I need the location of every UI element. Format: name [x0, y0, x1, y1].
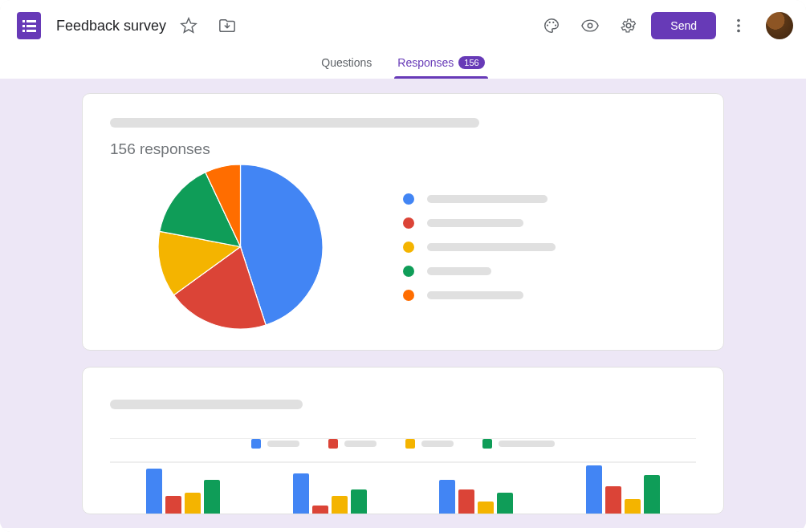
legend-dot — [403, 193, 414, 205]
bar-group — [146, 462, 220, 514]
legend-item — [403, 290, 556, 301]
send-button[interactable]: Send — [651, 12, 716, 39]
top-bar: Feedback survey Send — [0, 0, 806, 48]
move-to-folder-icon[interactable] — [211, 10, 243, 42]
legend-item — [403, 266, 556, 277]
bar — [185, 493, 201, 514]
account-avatar[interactable] — [766, 12, 793, 39]
svg-point-13 — [737, 19, 740, 22]
question-title-placeholder — [110, 118, 479, 128]
legend-item — [403, 217, 556, 229]
bar — [312, 506, 328, 514]
bar-group — [586, 462, 660, 514]
forms-app-icon[interactable] — [13, 10, 45, 42]
bar — [458, 489, 474, 514]
bar — [293, 473, 309, 514]
pie-chart — [158, 164, 323, 329]
summary-card-bars — [82, 367, 724, 514]
bar — [351, 489, 367, 514]
legend-label-placeholder — [267, 441, 299, 447]
bar — [605, 486, 621, 514]
bar — [146, 469, 162, 514]
legend-label-placeholder — [427, 291, 523, 299]
svg-point-12 — [627, 23, 632, 28]
svg-point-14 — [737, 24, 740, 27]
bar — [478, 502, 494, 514]
legend-swatch — [328, 439, 338, 449]
palette-icon[interactable] — [535, 10, 568, 42]
question-title-placeholder — [110, 400, 303, 409]
legend-swatch — [251, 439, 261, 449]
star-icon[interactable] — [173, 10, 205, 42]
legend-label-placeholder — [427, 195, 548, 203]
svg-rect-2 — [26, 20, 36, 22]
responses-canvas: 156 responses — [0, 79, 806, 528]
svg-point-11 — [588, 23, 593, 28]
legend-dot — [403, 266, 414, 277]
document-title[interactable]: Feedback survey — [56, 18, 166, 35]
bar — [439, 480, 455, 514]
bar-legend-item — [405, 439, 454, 449]
legend-label-placeholder — [427, 243, 556, 251]
summary-card-pie: 156 responses — [82, 93, 724, 351]
bar — [644, 475, 660, 514]
bar-chart — [110, 462, 696, 514]
legend-dot — [403, 290, 414, 301]
legend-swatch — [405, 439, 415, 449]
bar-group — [439, 462, 513, 514]
bar — [586, 465, 602, 514]
svg-rect-6 — [26, 30, 36, 32]
svg-point-10 — [555, 24, 556, 26]
bar — [625, 499, 641, 514]
tab-label: Questions — [321, 56, 372, 69]
bar — [165, 496, 181, 514]
svg-rect-1 — [22, 20, 25, 22]
bar-group — [293, 462, 367, 514]
svg-point-7 — [547, 24, 548, 26]
preview-eye-icon[interactable] — [574, 10, 606, 42]
responses-count-text: 156 responses — [110, 140, 696, 158]
legend-dot — [403, 242, 414, 253]
legend-label-placeholder — [344, 441, 377, 447]
legend-label-placeholder — [421, 441, 454, 447]
tab-bar: Questions Responses 156 — [0, 48, 806, 79]
legend-item — [403, 242, 556, 253]
legend-label-placeholder — [499, 441, 555, 447]
settings-gear-icon[interactable] — [613, 10, 645, 42]
responses-count-badge: 156 — [458, 56, 484, 69]
legend-item — [403, 193, 556, 205]
tab-questions[interactable]: Questions — [318, 48, 375, 79]
bar-legend — [110, 439, 696, 449]
legend-swatch — [482, 439, 492, 449]
bar-legend-item — [251, 439, 299, 449]
svg-point-8 — [549, 22, 551, 23]
bar — [204, 480, 220, 514]
svg-point-15 — [737, 30, 740, 33]
more-vert-icon[interactable] — [723, 10, 755, 42]
legend-label-placeholder — [427, 267, 491, 275]
bar — [497, 493, 513, 514]
svg-rect-3 — [22, 25, 25, 27]
tab-responses[interactable]: Responses 156 — [394, 48, 487, 79]
legend-label-placeholder — [427, 219, 523, 227]
svg-rect-4 — [26, 25, 36, 27]
bar-legend-item — [328, 439, 377, 449]
bar — [332, 496, 348, 514]
tab-label: Responses — [397, 56, 454, 69]
svg-rect-5 — [22, 30, 25, 32]
pie-legend — [403, 193, 556, 301]
bar-legend-item — [482, 439, 555, 449]
legend-dot — [403, 217, 414, 229]
svg-point-9 — [552, 22, 554, 23]
